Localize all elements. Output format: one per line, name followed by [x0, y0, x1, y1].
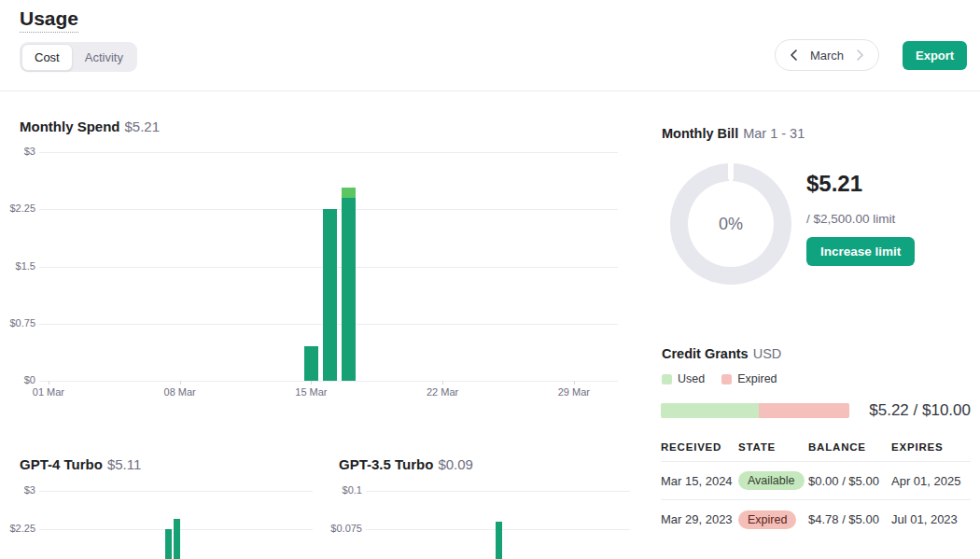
x-tick-mark: [442, 381, 443, 384]
x-tick-label: 15 Mar: [287, 386, 335, 398]
bar-16-mar[interactable]: [496, 522, 502, 559]
bar-15-mar[interactable]: [165, 529, 172, 559]
progress-used-segment: [661, 403, 759, 418]
donut-hole: 0%: [688, 181, 774, 267]
bar-segment-gpt-4-turbo: [304, 346, 318, 381]
header-divider: [0, 91, 980, 91]
y-tick-label: $2.25: [0, 523, 35, 534]
gpt4-turbo-chart: $3$2.25: [39, 491, 313, 559]
bar-16-mar[interactable]: [174, 519, 180, 559]
bar-15-mar[interactable]: [304, 346, 318, 381]
increase-limit-button[interactable]: Increase limit: [806, 237, 915, 266]
col-state: STATE: [738, 441, 808, 453]
monthly-bill-title: Monthly BillMar 1 - 31: [662, 126, 805, 141]
used-swatch-icon: [662, 374, 672, 384]
cell-received: Mar 29, 2023: [661, 512, 738, 526]
chevron-left-icon[interactable]: [787, 48, 802, 63]
y-tick-label: $0: [0, 374, 35, 385]
table-row: Mar 29, 2023 Expired $4.78 / $5.00 Jul 0…: [661, 500, 971, 538]
bill-period: Mar 1 - 31: [743, 126, 805, 141]
gpt4-turbo-total: $5.11: [107, 456, 141, 472]
cell-balance: $0.00 / $5.00: [808, 474, 891, 488]
legend-expired: Expired: [721, 372, 777, 385]
gpt35-turbo-total: $0.09: [438, 456, 473, 472]
y-tick-label: $3: [0, 146, 35, 157]
x-tick-mark: [49, 381, 49, 384]
chevron-right-icon[interactable]: [852, 48, 867, 63]
bar-segment-gpt-4-turbo: [174, 519, 180, 559]
x-tick-label: 29 Mar: [550, 386, 598, 398]
col-received: RECEIVED: [661, 441, 738, 453]
bill-limit: / $2,500.00 limit: [806, 212, 895, 226]
credit-grants-summary: $5.22 / $10.00: [869, 401, 971, 420]
status-badge-expired: Expired: [738, 510, 796, 529]
y-tick-label: $0.075: [323, 523, 362, 534]
bar-segment-gpt-3.5-turbo: [496, 522, 502, 559]
legend-used: Used: [662, 372, 705, 385]
y-tick-label: $1.5: [0, 260, 35, 272]
credit-grants-table: RECEIVED STATE BALANCE EXPIRES Mar 15, 2…: [661, 435, 971, 538]
cost-activity-toggle: Cost Activity: [20, 42, 137, 72]
y-tick-label: $2.25: [0, 203, 35, 214]
x-tick-mark: [574, 381, 575, 384]
status-badge-available: Available: [738, 471, 805, 490]
y-tick-label: $0.75: [0, 317, 35, 328]
progress-expired-segment: [759, 403, 849, 418]
bar-segment-gpt-3.5-turbo: [342, 188, 356, 198]
export-button[interactable]: Export: [903, 41, 967, 70]
month-selector: March: [775, 39, 879, 71]
bar-segment-gpt-4-turbo: [323, 209, 337, 381]
bar-segment-gpt-4-turbo: [165, 529, 172, 559]
credit-grants-title: Credit GrantsUSD: [662, 346, 781, 361]
period-label: March: [810, 49, 844, 63]
col-expires: EXPIRES: [891, 441, 971, 453]
expired-swatch-icon: [721, 374, 732, 384]
gpt35-turbo-chart: $0.1$0.075: [366, 491, 630, 559]
tab-cost[interactable]: Cost: [21, 44, 73, 71]
usage-donut-chart: 0%: [670, 163, 791, 285]
cell-balance: $4.78 / $5.00: [808, 512, 891, 526]
gridline: [39, 491, 313, 492]
gridline: [366, 491, 630, 492]
gridline: [39, 381, 618, 382]
cell-received: Mar 15, 2024: [661, 474, 738, 488]
currency-label: USD: [753, 346, 782, 361]
credit-grants-progress-bar: [661, 403, 849, 418]
col-balance: BALANCE: [808, 441, 891, 453]
x-tick-label: 01 Mar: [24, 386, 73, 398]
bill-amount: $5.21: [806, 171, 862, 197]
x-tick-label: 08 Mar: [156, 386, 204, 398]
monthly-spend-chart: $3$2.25$1.5$0.75$001 Mar08 Mar15 Mar22 M…: [39, 152, 618, 381]
y-tick-label: $0.1: [323, 484, 362, 496]
bar-17-mar[interactable]: [342, 188, 356, 381]
table-row: Mar 15, 2024 Available $0.00 / $5.00 Apr…: [661, 462, 971, 500]
gridline: [39, 152, 618, 153]
bar-16-mar[interactable]: [323, 209, 337, 381]
x-tick-label: 22 Mar: [418, 386, 467, 398]
gpt4-turbo-title: GPT-4 Turbo$5.11: [20, 456, 141, 472]
usage-percent: 0%: [719, 215, 743, 234]
cell-expires: Apr 01, 2025: [891, 474, 971, 488]
x-tick-mark: [180, 381, 181, 384]
gpt35-turbo-title: GPT-3.5 Turbo$0.09: [339, 456, 473, 472]
page-title: Usage: [20, 7, 78, 30]
tab-activity[interactable]: Activity: [73, 45, 135, 70]
monthly-spend-title: Monthly Spend$5.21: [20, 119, 160, 134]
credit-grants-legend: Used Expired: [662, 372, 777, 385]
x-tick-mark: [311, 381, 312, 384]
cell-expires: Jul 01, 2023: [891, 512, 971, 526]
y-tick-label: $3: [0, 484, 35, 496]
bar-segment-gpt-4-turbo: [342, 198, 356, 381]
monthly-spend-total: $5.21: [125, 119, 161, 134]
table-header-row: RECEIVED STATE BALANCE EXPIRES: [661, 435, 971, 462]
